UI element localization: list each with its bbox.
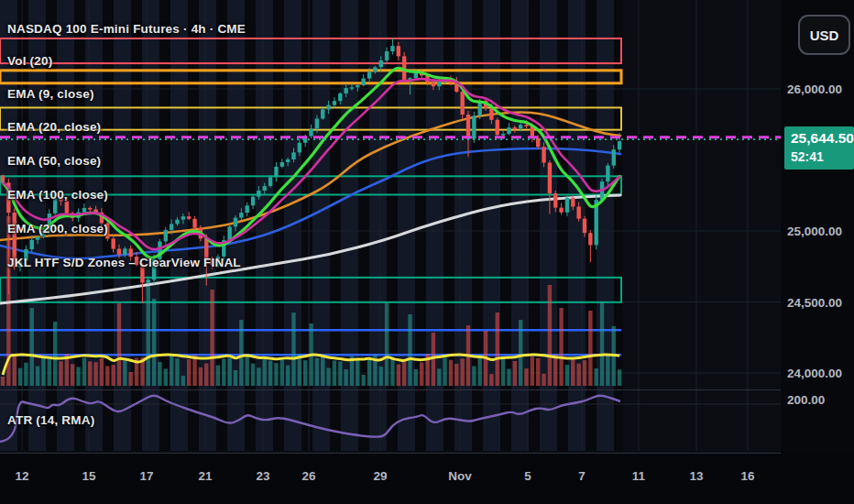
currency-toggle-button[interactable]: USD — [798, 15, 850, 55]
volume-bar — [583, 360, 586, 386]
candle-body — [257, 191, 260, 197]
volume-bar — [30, 308, 34, 386]
volume-bar — [170, 356, 173, 386]
chart-canvas[interactable] — [0, 0, 781, 504]
price-axis[interactable]: 26,000.0025,000.0024,500.0024,000.00200.… — [781, 0, 854, 504]
candle-body — [385, 51, 389, 60]
candle-body — [373, 67, 377, 71]
volume-bar — [344, 369, 347, 386]
volume-bar — [449, 360, 453, 386]
candle-body — [548, 163, 552, 194]
time-axis[interactable]: 12151721232629Nov57111316 — [0, 454, 854, 504]
volume-bar — [164, 368, 168, 386]
candle-body — [583, 219, 586, 233]
candle-body — [291, 152, 295, 159]
volume-bar — [100, 358, 104, 386]
candle-body — [147, 279, 150, 282]
candle-body — [553, 193, 557, 208]
current-price-box[interactable]: 25,644.50 52:41 — [784, 126, 854, 170]
time-axis-label: 23 — [256, 469, 269, 483]
candle-body — [251, 197, 255, 206]
volume-bar — [437, 368, 441, 386]
volume-bar — [222, 359, 225, 386]
volume-bar — [18, 368, 22, 386]
volume-bar — [175, 358, 179, 386]
candle-body — [30, 240, 34, 249]
indicator-label-ema-9-close-[interactable]: EMA (9, close) — [7, 87, 94, 101]
indicator-label-vol-20-[interactable]: Vol (20) — [7, 54, 52, 68]
indicator-label-ema-50-close-[interactable]: EMA (50, close) — [7, 154, 101, 168]
time-axis-label: 15 — [82, 469, 95, 483]
volume-bar — [88, 361, 92, 386]
candle-body — [437, 82, 441, 86]
time-axis-label: 17 — [139, 469, 153, 483]
candle-body — [280, 162, 284, 167]
volume-bar — [286, 366, 290, 386]
volume-bar — [36, 367, 39, 386]
price-axis-label: 26,000.00 — [787, 82, 842, 96]
volume-bar — [239, 320, 243, 386]
candle-body — [350, 87, 354, 89]
candle-body — [390, 46, 394, 51]
volume-bar — [274, 363, 278, 386]
candle-body — [321, 109, 324, 118]
volume-bar — [460, 358, 464, 386]
volume-bar — [71, 364, 74, 386]
candle-body — [82, 208, 86, 213]
indicator-label-ema-100-close-[interactable]: EMA (100, close) — [7, 188, 108, 202]
indicator-label-ema-200-close-[interactable]: EMA (200, close) — [7, 222, 108, 236]
symbol-title[interactable]: NASDAQ 100 E-mini Futures · 4h · CME — [7, 22, 246, 36]
time-axis-label: 29 — [373, 469, 387, 483]
current-price-value: 25,644.50 — [791, 129, 854, 148]
candle-body — [559, 208, 563, 213]
indicator-label-jkl-htf-s-d-zones-clearview-final[interactable]: JKL HTF S/D Zones – ClearView FINAL — [7, 256, 241, 269]
candle-body — [414, 72, 418, 78]
volume-bar — [24, 363, 27, 386]
candle-body — [36, 237, 39, 240]
indicator-label-atr-14-rma-[interactable]: ATR (14, RMA) — [7, 413, 94, 427]
volume-bar — [600, 301, 604, 386]
pane-separator[interactable] — [0, 389, 854, 390]
time-axis-label: 26 — [301, 469, 315, 483]
volume-bar — [333, 360, 336, 386]
volume-bar — [571, 358, 575, 386]
volume-bar — [385, 303, 389, 386]
volume-bar — [496, 312, 499, 386]
candle-body — [274, 167, 278, 177]
indicator-label-ema-20-close-[interactable]: EMA (20, close) — [7, 120, 101, 134]
volume-bar — [111, 365, 115, 386]
volume-bar — [390, 359, 394, 386]
candle-body — [460, 92, 464, 115]
atr-axis-label: 200.00 — [787, 393, 825, 407]
volume-bar — [76, 367, 80, 386]
volume-bar — [268, 361, 272, 386]
volume-bar — [553, 355, 557, 386]
volume-bar — [379, 367, 383, 386]
candle-body — [507, 127, 510, 134]
volume-bar — [280, 358, 284, 386]
time-axis-label: Nov — [448, 469, 472, 483]
candle-body — [612, 149, 616, 165]
volume-bar — [519, 320, 522, 386]
volume-bar — [158, 362, 161, 386]
candle-body — [309, 128, 312, 136]
price-axis-label: 24,500.00 — [787, 295, 842, 309]
candle-body — [268, 177, 272, 186]
candle-body — [239, 213, 243, 217]
volume-bar — [606, 354, 609, 386]
candle-body — [344, 88, 347, 93]
volume-bar — [489, 374, 493, 386]
volume-bar — [397, 365, 400, 386]
volume-bar — [187, 359, 191, 386]
volume-bar — [303, 360, 307, 386]
volume-bar — [181, 376, 185, 386]
candle-body — [542, 147, 545, 162]
candle-body — [123, 248, 126, 254]
volume-bar — [326, 367, 330, 386]
volume-bar — [105, 367, 109, 386]
trading-chart-app: { "header": { "title": "NASDAQ 100 E-min… — [0, 0, 854, 504]
candle-body — [333, 101, 336, 104]
candle-body — [524, 125, 528, 126]
candle-body — [298, 143, 301, 153]
volume-bar — [59, 361, 62, 386]
